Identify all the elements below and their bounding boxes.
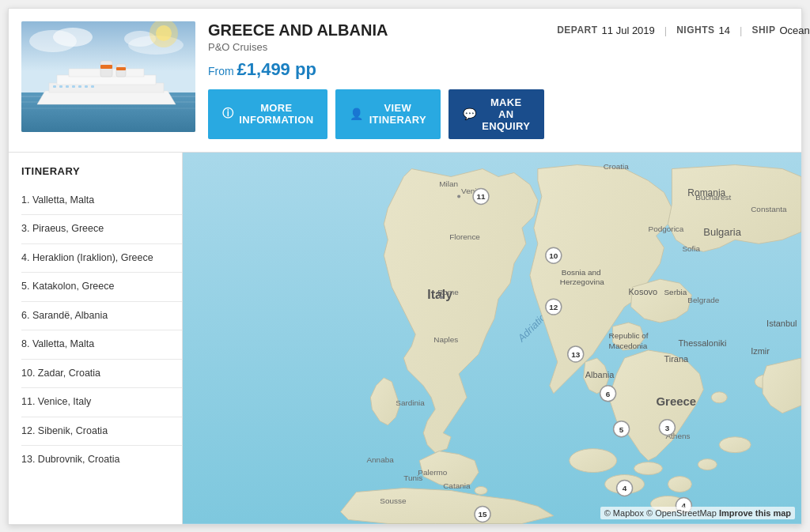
svg-text:Constanta: Constanta <box>751 205 787 213</box>
itinerary-item: 10. Zadar, Croatia <box>21 360 182 389</box>
svg-text:Bosnia and: Bosnia and <box>562 268 601 277</box>
svg-text:3: 3 <box>665 423 670 432</box>
cruise-operator: P&O Cruises <box>208 41 544 53</box>
sep1: | <box>664 25 667 36</box>
svg-text:Naples: Naples <box>433 334 458 343</box>
svg-point-2 <box>53 28 93 47</box>
more-info-label: MORE INFORMATION <box>239 102 313 126</box>
svg-text:Bulgaria: Bulgaria <box>703 226 741 238</box>
itinerary-icon: 👤 <box>350 108 363 120</box>
svg-point-30 <box>719 436 751 452</box>
top-section: GREECE AND ALBANIA P&O Cruises From £1,4… <box>9 9 801 153</box>
itinerary-list: 1. Valletta, Malta3. Piraeus, Greece4. H… <box>21 187 182 474</box>
svg-rect-16 <box>66 85 69 88</box>
more-information-button[interactable]: ⓘ MORE INFORMATION <box>208 89 327 139</box>
cruise-title: GREECE AND ALBANIA <box>208 21 544 40</box>
cruise-info: GREECE AND ALBANIA P&O Cruises From £1,4… <box>208 21 544 139</box>
svg-rect-19 <box>85 85 88 88</box>
svg-text:Sofia: Sofia <box>682 244 700 253</box>
svg-text:Istanbul: Istanbul <box>766 319 797 328</box>
itinerary-item: 13. Dubrovnik, Croatia <box>21 446 182 474</box>
svg-point-32 <box>570 448 617 472</box>
svg-point-29 <box>698 458 717 470</box>
price-from: From <box>208 65 237 77</box>
mapbox-credit: © Mapbox © OpenStreetMap <box>604 508 717 518</box>
meta-row: DEPART 11 Jul 2019 | NIGHTS 14 | SHIP Oc… <box>557 21 810 36</box>
nights-meta: NIGHTS 14 <box>676 25 730 36</box>
svg-text:Tirana: Tirana <box>664 353 689 363</box>
svg-text:Serbia: Serbia <box>664 288 687 296</box>
svg-text:Sardinia: Sardinia <box>396 398 425 406</box>
svg-text:6: 6 <box>606 389 611 398</box>
svg-rect-23 <box>100 65 112 69</box>
svg-text:Podgorica: Podgorica <box>648 224 683 233</box>
svg-rect-14 <box>53 85 56 88</box>
svg-point-52 <box>457 194 460 198</box>
itinerary-title: ITINERARY <box>21 165 182 177</box>
enquiry-icon: 💬 <box>463 108 476 120</box>
depart-meta: DEPART 11 Jul 2019 <box>557 25 655 36</box>
itinerary-item: 11. Venice, Italy <box>21 388 182 417</box>
depart-value: 11 Jul 2019 <box>602 25 655 36</box>
depart-label: DEPART <box>557 25 597 36</box>
itinerary-item: 12. Sibenik, Croatia <box>21 417 182 447</box>
svg-point-6 <box>156 25 172 41</box>
svg-text:Bucharest: Bucharest <box>695 193 731 202</box>
svg-text:Republic of: Republic of <box>609 331 649 340</box>
ship-label: SHIP <box>751 25 775 36</box>
svg-text:10: 10 <box>549 251 558 260</box>
make-enquiry-label: MAKE AN ENQUIRY <box>482 96 530 132</box>
svg-text:5: 5 <box>619 424 624 433</box>
svg-text:Croatia: Croatia <box>604 161 630 170</box>
nights-value: 14 <box>719 25 730 36</box>
itinerary-sidebar: ITINERARY 1. Valletta, Malta3. Piraeus, … <box>9 153 183 524</box>
svg-text:Izmir: Izmir <box>751 345 770 355</box>
svg-rect-24 <box>116 67 126 70</box>
map-attribution: © Mapbox © OpenStreetMap Improve this ma… <box>600 507 795 519</box>
info-icon: ⓘ <box>222 107 233 121</box>
svg-text:12: 12 <box>549 303 558 311</box>
svg-text:Catania: Catania <box>443 481 471 489</box>
svg-rect-20 <box>91 85 94 88</box>
svg-point-34 <box>711 391 727 402</box>
buttons-row: ⓘ MORE INFORMATION 👤 VIEW ITINERARY 💬 MA… <box>208 89 544 139</box>
svg-text:13: 13 <box>571 349 581 358</box>
svg-rect-17 <box>72 85 75 88</box>
view-itinerary-button[interactable]: 👤 VIEW ITINERARY <box>335 89 441 139</box>
svg-point-27 <box>668 476 691 492</box>
svg-text:Rome: Rome <box>437 288 459 296</box>
bottom-section: ITINERARY 1. Valletta, Malta3. Piraeus, … <box>9 153 801 524</box>
price-amount: £1,499 pp <box>237 59 316 79</box>
svg-point-36 <box>475 486 487 494</box>
itinerary-item: 4. Heraklion (Iraklion), Greece <box>21 244 182 274</box>
svg-text:4: 4 <box>623 484 627 492</box>
svg-text:Florence: Florence <box>449 232 480 241</box>
svg-rect-18 <box>78 85 81 88</box>
svg-text:Greece: Greece <box>656 394 696 407</box>
svg-text:Milan: Milan <box>439 179 458 188</box>
svg-text:Thessaloniki: Thessaloniki <box>678 338 726 347</box>
sep2: | <box>740 25 742 36</box>
cruise-price: From £1,499 pp <box>208 59 544 80</box>
cruise-card: GREECE AND ALBANIA P&O Cruises From £1,4… <box>8 8 802 525</box>
svg-rect-15 <box>59 85 62 88</box>
map-area: Adriatic Sea <box>183 153 801 524</box>
top-right: DEPART 11 Jul 2019 | NIGHTS 14 | SHIP Oc… <box>557 21 810 36</box>
itinerary-item: 8. Valletta, Malta <box>21 330 182 360</box>
itinerary-item: 3. Piraeus, Greece <box>21 215 182 244</box>
svg-point-28 <box>634 462 663 474</box>
svg-text:Sousse: Sousse <box>380 496 407 505</box>
svg-text:Belgrade: Belgrade <box>687 296 719 304</box>
itinerary-item: 5. Katakolon, Greece <box>21 273 182 302</box>
make-enquiry-button[interactable]: 💬 MAKE AN ENQUIRY <box>449 89 544 139</box>
itinerary-item: 1. Valletta, Malta <box>21 187 182 216</box>
svg-text:11: 11 <box>476 192 486 201</box>
svg-text:Albania: Albania <box>585 369 615 379</box>
cruise-image <box>21 21 195 132</box>
svg-point-57 <box>440 296 443 299</box>
svg-text:15: 15 <box>478 510 487 519</box>
improve-map: Improve this map <box>719 508 791 518</box>
ship-value: Oceana <box>779 25 810 36</box>
nights-label: NIGHTS <box>676 25 714 36</box>
svg-text:Tunis: Tunis <box>403 473 422 481</box>
